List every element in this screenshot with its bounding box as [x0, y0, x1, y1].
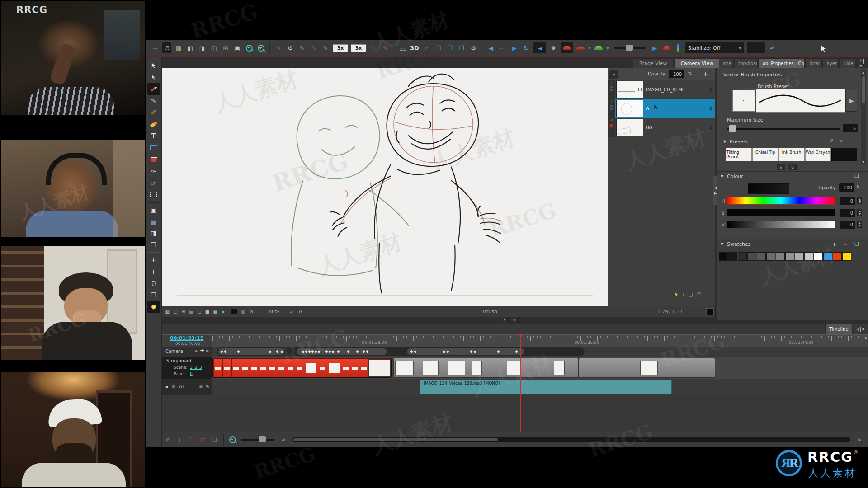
swatch[interactable]	[814, 252, 823, 261]
layer-opacity-stepper[interactable]: ⇅	[688, 71, 692, 77]
text-tool[interactable]: T	[147, 130, 160, 142]
panel-link[interactable]: 6	[190, 371, 193, 376]
duplicate-button[interactable]: ❐	[147, 289, 160, 301]
storyboard-gray-group[interactable]	[579, 358, 715, 378]
trash-icon[interactable]	[696, 291, 702, 298]
layer-visibility-toggles[interactable]: ⠅	[608, 80, 615, 99]
new-preset-icon[interactable]: ✐	[829, 138, 834, 144]
storyboard-panel[interactable]	[359, 359, 368, 377]
maximum-size-slider[interactable]	[727, 128, 840, 130]
scroll-up-icon[interactable]: ▲	[862, 71, 864, 75]
speaker-icon[interactable]: ◄	[165, 384, 168, 389]
record-dot-icon[interactable]	[172, 385, 175, 388]
current-colour-swatch[interactable]	[748, 183, 789, 194]
splitter-down-icon[interactable]: ∨	[510, 317, 519, 323]
camera-prev-icon[interactable]: ◀	[194, 349, 197, 353]
scrollbar-thumb[interactable]	[862, 76, 865, 103]
pin-icon[interactable]	[674, 42, 683, 53]
colour-opacity-stepper[interactable]: ⇅	[856, 184, 860, 189]
layer-thumbnail[interactable]	[616, 81, 643, 98]
layer-lock-icon[interactable]: ●▬	[709, 107, 712, 110]
dropper-tool[interactable]: ✑	[147, 165, 160, 177]
swatches-collapse-icon[interactable]: ▼	[721, 242, 723, 246]
gear2-icon[interactable]: ⚙	[469, 42, 478, 53]
tab-layer[interactable]: ayer	[823, 58, 839, 68]
scroll-right-icon[interactable]: ▶	[855, 434, 864, 445]
palette-icon[interactable]: ❏	[689, 292, 693, 298]
camera-next-icon[interactable]: ▶	[206, 349, 209, 353]
remove-swatch-icon[interactable]: −	[843, 241, 848, 248]
tab-add-close-controls[interactable]: +|✕	[856, 327, 865, 332]
new-scene-icon[interactable]: ❐	[187, 434, 196, 445]
layout-view-icon[interactable]: ▣	[233, 42, 242, 53]
saturation-value[interactable]: 0	[840, 209, 855, 217]
storyboard-panel[interactable]	[222, 359, 231, 377]
hue-spinner[interactable]: ▲▼	[857, 197, 862, 204]
waveform-icon[interactable]: ∿	[205, 384, 209, 389]
chevron-down-icon[interactable]: ▼	[588, 42, 591, 53]
ruler-scroll-up-icon[interactable]: ▲	[865, 336, 867, 339]
pencil-tool[interactable]: ✎	[147, 95, 160, 107]
pencil-dark-icon[interactable]: ✎	[369, 42, 378, 53]
slider-handle[interactable]	[729, 125, 736, 132]
delete-button[interactable]	[147, 277, 160, 289]
rectangle-tool[interactable]	[147, 142, 160, 154]
preset-empty[interactable]	[831, 148, 857, 161]
add-panel-button[interactable]: +	[147, 254, 160, 266]
new-panel-icon[interactable]: ◫	[198, 434, 208, 445]
onion-add-icon[interactable]	[662, 42, 671, 53]
storyboard-panel[interactable]	[286, 359, 295, 377]
swatch[interactable]	[738, 252, 747, 261]
hand-tool-icon[interactable]: ☞	[422, 42, 431, 53]
zoom-3x-button-a[interactable]: 3x	[333, 44, 348, 52]
gear-icon[interactable]: ⚙	[286, 42, 295, 53]
collapse-right-icon[interactable]: ▶	[714, 192, 717, 195]
scroll-down-icon[interactable]: ▼	[862, 160, 864, 164]
storyboard-panel[interactable]	[327, 359, 341, 377]
add-icon[interactable]: +	[681, 292, 685, 298]
marquee-tool[interactable]	[147, 189, 160, 201]
tab-stage-view[interactable]: Stage View	[633, 58, 673, 68]
select-tool[interactable]	[147, 60, 160, 71]
pencil-red2-icon[interactable]: ✎	[381, 42, 390, 53]
page-options-icon[interactable]: ❐	[457, 42, 466, 53]
play-icon[interactable]: ▶	[510, 42, 519, 53]
add-layer-tool[interactable]: ❐	[147, 239, 160, 251]
value-value[interactable]: 0	[840, 221, 855, 229]
brush-stroke-preview[interactable]	[756, 89, 845, 113]
storyboard-panel-thumbnail[interactable]	[395, 361, 414, 375]
colour-menu-icon[interactable]: ❏	[854, 173, 859, 179]
safe-area-icon[interactable]: ▧	[164, 309, 171, 315]
tab-add-close-controls[interactable]: +|✕	[859, 58, 866, 68]
timeline-scrollbar-thumb[interactable]	[293, 438, 498, 441]
scroll-left-icon[interactable]: ◀	[278, 434, 288, 445]
layer-lock-icon[interactable]: ●▬	[709, 126, 712, 129]
pencil-gray2-icon[interactable]: ✎	[321, 42, 330, 53]
auto-light-table-button[interactable]	[147, 301, 160, 313]
collapse-layers-button[interactable]: »	[609, 70, 618, 79]
camera-add-keyframe-icon[interactable]: +	[200, 347, 204, 354]
chevron-down-icon[interactable]: ▼	[606, 42, 609, 53]
grid-view-icon[interactable]: ▦	[174, 42, 183, 53]
swatch[interactable]	[719, 252, 728, 261]
tab-timeline[interactable]: Timeline	[825, 324, 853, 334]
new-page-icon[interactable]: ❐	[434, 42, 443, 53]
fields-icon[interactable]: ▤	[188, 309, 195, 315]
filled-frame-icon[interactable]: ■	[204, 309, 211, 315]
mask-icon[interactable]: ❖	[549, 42, 558, 53]
drawing-canvas[interactable]	[162, 68, 608, 306]
zoom-3x-button-b[interactable]: 3x	[351, 44, 366, 52]
duplicate-page-icon[interactable]: ❐	[445, 42, 454, 53]
tab-pane[interactable]: ane	[719, 58, 734, 68]
swatch[interactable]	[776, 252, 785, 261]
tab-camera-view[interactable]: Camera View	[674, 58, 720, 68]
frame-step-icon[interactable]: ⋯	[498, 42, 507, 53]
layer-visibility-toggles[interactable]: ⠛	[608, 118, 615, 137]
no-rotate-icon[interactable]: ⊘	[248, 309, 255, 315]
section-pager[interactable]: ∧ ∨	[777, 164, 797, 170]
swatch[interactable]	[728, 252, 737, 261]
add-panel-icon[interactable]: ✎	[274, 42, 283, 53]
storyboard-panel[interactable]	[295, 359, 304, 377]
storyboard-panel[interactable]	[250, 359, 259, 377]
notes-icon[interactable]: ❏	[210, 434, 219, 445]
